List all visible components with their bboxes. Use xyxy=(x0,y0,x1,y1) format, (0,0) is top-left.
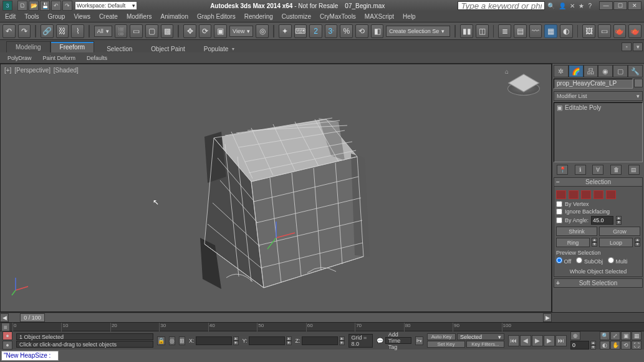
menu-customize[interactable]: Customize xyxy=(282,13,311,20)
time-config-icon[interactable]: ⊕ xyxy=(570,331,580,340)
time-next-button[interactable]: ▶ xyxy=(543,313,552,322)
help-icon[interactable]: ? xyxy=(588,2,592,9)
menu-edit[interactable]: Edit xyxy=(5,13,16,20)
rect-region-button[interactable]: ▢ xyxy=(145,24,158,38)
undo-icon[interactable]: ↶ xyxy=(51,1,61,11)
modify-tab-icon[interactable]: 🌈 xyxy=(569,65,584,77)
key-filters-button[interactable]: Key Filters... xyxy=(466,341,504,348)
save-icon[interactable]: 💾 xyxy=(40,1,50,11)
y-transform-spinner[interactable]: Y: ▲▼ xyxy=(243,336,292,345)
auto-key-button[interactable]: Auto Key xyxy=(427,333,456,340)
prev-frame-button[interactable]: ◀ xyxy=(520,335,531,346)
max-viewport-icon[interactable]: ⛶ xyxy=(632,341,642,350)
z-transform-spinner[interactable]: Z: ▲▼ xyxy=(296,336,345,345)
current-frame-spinner[interactable]: 0▲▼ xyxy=(570,341,596,350)
viewport-label[interactable]: [+] [Perspective] [Shaded] xyxy=(4,67,80,74)
menu-rendering[interactable]: Rendering xyxy=(244,13,273,20)
rollout-selection-header[interactable]: −Selection xyxy=(554,177,643,187)
rollout-softsel-header[interactable]: +Soft Selection xyxy=(554,278,643,288)
set-key-button[interactable]: Set Key xyxy=(427,341,465,348)
sub-paintdeform[interactable]: Paint Deform xyxy=(39,54,80,62)
configure-sets-icon[interactable]: ▤ xyxy=(628,165,640,175)
menu-group[interactable]: Group xyxy=(48,13,65,20)
hierarchy-tab-icon[interactable]: 品 xyxy=(584,65,598,77)
viewport[interactable]: [+] [Perspective] [Shaded] ⌂ xyxy=(0,64,552,312)
time-slider-handle[interactable]: 0 / 100 xyxy=(20,313,45,322)
play-button[interactable]: ▶ xyxy=(532,335,543,346)
goto-start-button[interactable]: ⏮ xyxy=(508,335,519,346)
time-prev-button[interactable]: ◀ xyxy=(0,313,9,322)
infocenter-search-icon[interactable]: 🔍 xyxy=(547,2,555,9)
window-crossing-button[interactable]: ▩ xyxy=(161,24,174,38)
shrink-button[interactable]: Shrink xyxy=(556,227,597,236)
ring-button[interactable]: Ring xyxy=(556,238,590,247)
percent-snap-button[interactable]: % xyxy=(340,24,353,38)
grow-button[interactable]: Grow xyxy=(599,227,640,236)
menu-grapheditors[interactable]: Graph Editors xyxy=(197,13,236,20)
pan-icon[interactable]: ✋ xyxy=(610,341,620,350)
trackbar-toggle-icon[interactable]: ≡ xyxy=(1,323,10,331)
create-tab-icon[interactable]: ✲ xyxy=(554,65,569,77)
modifier-list-dropdown[interactable]: Modifier List▾ xyxy=(554,91,643,101)
workspace-dropdown[interactable]: Workspace: Default▾ xyxy=(75,1,137,10)
new-icon[interactable]: 🗋 xyxy=(17,1,27,11)
isolate-icon[interactable]: ◎ xyxy=(169,336,175,345)
abs-rel-icon[interactable]: ⊞ xyxy=(179,336,185,345)
menu-crymaxtools[interactable]: CryMaxTools xyxy=(320,13,356,20)
exchange-icon[interactable]: ✕ xyxy=(570,2,575,9)
rendered-frame-button[interactable]: ▭ xyxy=(598,24,611,38)
x-transform-spinner[interactable]: X: ▲▼ xyxy=(189,336,239,345)
utilities-tab-icon[interactable]: 🔧 xyxy=(628,65,643,77)
curve-editor-button[interactable]: 〰 xyxy=(529,24,542,38)
menu-help[interactable]: Help xyxy=(403,13,416,20)
zoom-extents-all-icon[interactable]: ▦ xyxy=(632,331,642,340)
link-button[interactable]: 🔗 xyxy=(41,24,54,38)
edge-level-button[interactable] xyxy=(569,190,579,199)
favorite-icon[interactable]: ★ xyxy=(579,2,584,9)
unlink-button[interactable]: ⛓ xyxy=(56,24,69,38)
ring-spinner[interactable]: ▲▼ xyxy=(592,238,597,247)
zoom-extents-icon[interactable]: ▣ xyxy=(621,331,631,340)
mirror-button[interactable]: ▮▮ xyxy=(460,24,473,38)
selection-filter-dropdown[interactable]: All▾ xyxy=(94,26,112,37)
spinner-snap-button[interactable]: ⟲ xyxy=(355,24,368,38)
select-by-name-button[interactable]: ▭ xyxy=(130,24,143,38)
redo-button[interactable]: ↷ xyxy=(18,24,31,38)
rotate-button[interactable]: ⟳ xyxy=(199,24,212,38)
ribbon-toggle-button[interactable]: ▤ xyxy=(514,24,527,38)
remove-mod-icon[interactable]: 🗑 xyxy=(610,165,622,175)
object-name-field[interactable]: prop_HeavyCrate_LP xyxy=(554,79,633,89)
menu-tools[interactable]: Tools xyxy=(24,13,39,20)
snap-2d-button[interactable]: 2 xyxy=(309,24,322,38)
preview-off-radio[interactable]: Off xyxy=(556,257,571,265)
loop-spinner[interactable]: ▲▼ xyxy=(635,238,640,247)
add-time-tag[interactable]: Add Time Tag xyxy=(385,337,411,344)
tab-populate[interactable]: Populate▾ xyxy=(204,46,234,52)
tab-freeform[interactable]: Freeform xyxy=(50,41,95,52)
motion-tab-icon[interactable]: ◉ xyxy=(598,65,613,77)
polygon-level-button[interactable] xyxy=(594,190,603,199)
menu-animation[interactable]: Animation xyxy=(160,13,188,20)
loop-button[interactable]: Loop xyxy=(599,238,633,247)
goto-end-button[interactable]: ⏭ xyxy=(555,335,567,346)
select-object-button[interactable]: ░ xyxy=(115,24,128,38)
pin-stack-icon[interactable]: 📍 xyxy=(557,165,568,175)
ribbon-opts-button[interactable]: ▾ xyxy=(633,42,643,51)
orbit-icon[interactable]: ⟲ xyxy=(621,341,631,350)
close-button[interactable]: ✕ xyxy=(628,1,642,10)
make-unique-icon[interactable]: ∀ xyxy=(592,165,603,175)
render-prod-button[interactable]: 🫖 xyxy=(628,24,642,38)
track-bar[interactable]: ≡ 0102030405060708090100 xyxy=(0,322,644,331)
tab-modeling[interactable]: Modeling xyxy=(6,41,50,52)
named-selection-dropdown[interactable]: Create Selection Se▾ xyxy=(386,26,450,37)
angle-snap-button[interactable]: 3° xyxy=(325,24,338,38)
by-angle-spinner[interactable]: 45.0 xyxy=(591,216,613,225)
expand-icon[interactable]: ▣ xyxy=(557,104,562,111)
comm-center-icon[interactable]: 💬 xyxy=(377,338,383,344)
app-icon[interactable]: 3 xyxy=(2,1,12,11)
menu-modifiers[interactable]: Modifiers xyxy=(127,13,152,20)
schematic-view-button[interactable]: ▦ xyxy=(544,24,557,38)
manipulate-button[interactable]: ✦ xyxy=(279,24,292,38)
redo-icon[interactable]: ↷ xyxy=(62,1,72,11)
menu-create[interactable]: Create xyxy=(99,13,118,20)
